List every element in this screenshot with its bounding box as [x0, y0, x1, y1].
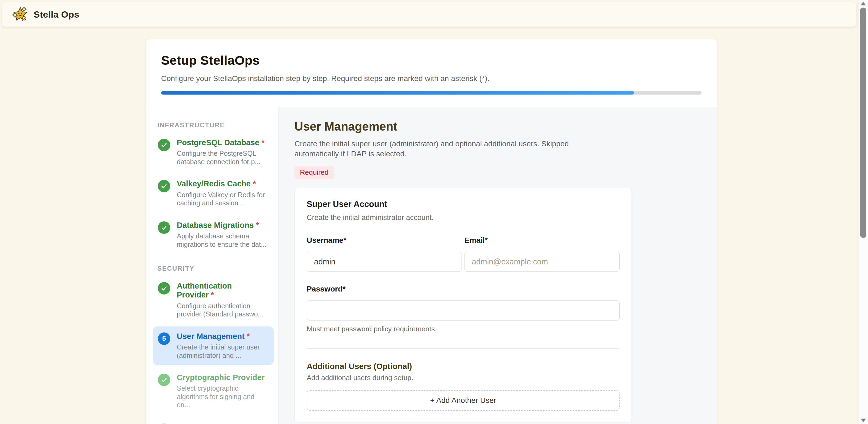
sidebar-item-postgresql-database[interactable]: PostgreSQL Database* Configure the Postg…: [153, 133, 274, 171]
step-description: Configure authentication provider (Stand…: [177, 302, 269, 318]
check-circle-icon: [158, 180, 170, 192]
required-asterisk: *: [253, 180, 256, 188]
step-title: Authentication Provider: [177, 282, 232, 299]
step-title: Valkey/Redis Cache: [177, 180, 251, 188]
username-field-group: Username*: [307, 236, 462, 272]
step-title: Database Migrations: [177, 221, 254, 229]
page-title: User Management: [294, 120, 717, 133]
section-label-security: SECURITY: [157, 265, 274, 272]
email-field-group: Email*: [465, 236, 620, 272]
setup-progress-fill: [161, 91, 634, 95]
step-title: Secrets Vault: [177, 423, 226, 424]
step-description: Select cryptographic algorithms for sign…: [177, 384, 269, 409]
required-asterisk: *: [247, 332, 250, 340]
step-title: PostgreSQL Database: [177, 138, 259, 147]
additional-users-subtitle: Add additional users during setup.: [307, 373, 620, 382]
step-title: Cryptographic Provider: [177, 373, 265, 382]
additional-users-title: Additional Users (Optional): [307, 362, 620, 371]
top-app-bar: A Stella Ops: [2, 2, 856, 27]
setup-progress-bar: [161, 91, 702, 95]
svg-text:A: A: [23, 17, 25, 20]
sidebar-item-valkey-redis-cache[interactable]: Valkey/Redis Cache* Configure Valkey or …: [153, 174, 274, 213]
sidebar-item-authentication-provider[interactable]: Authentication Provider* Configure authe…: [153, 276, 274, 324]
step-title: User Management: [177, 332, 245, 340]
email-input[interactable]: [465, 252, 620, 272]
section-label-infrastructure: INFRASTRUCTURE: [157, 121, 274, 129]
brand-title: Stella Ops: [34, 9, 79, 20]
panel-title: Super User Account: [307, 199, 620, 209]
sidebar-item-database-migrations[interactable]: Database Migrations* Apply database sche…: [153, 216, 274, 254]
step-description: Create the initial super user (administr…: [177, 343, 269, 360]
email-label: Email*: [465, 236, 488, 244]
check-circle-icon: [158, 373, 170, 386]
sidebar-item-secrets-vault[interactable]: 7 Secrets Vault Configure a secrets vaul…: [153, 417, 274, 424]
password-help-text: Must meet password policy requirements.: [307, 325, 620, 333]
super-user-account-panel: Super User Account Create the initial ad…: [294, 188, 632, 422]
required-asterisk: *: [261, 138, 265, 147]
required-badge: Required: [294, 166, 334, 179]
step-number-badge: 5: [158, 332, 170, 345]
username-input[interactable]: [307, 252, 462, 272]
password-label: Password*: [307, 285, 345, 293]
scrollbar-down-arrow-icon[interactable]: [861, 419, 866, 422]
vertical-scrollbar[interactable]: [858, 0, 868, 424]
steps-sidebar: INFRASTRUCTURE PostgreSQL Database* Conf…: [146, 107, 279, 424]
stella-ops-logo-icon: A: [12, 6, 29, 23]
step-description: Configure Valkey or Redis for caching an…: [177, 191, 269, 207]
username-label: Username*: [307, 236, 346, 244]
required-asterisk: *: [256, 221, 259, 229]
add-another-user-button[interactable]: + Add Another User: [307, 390, 620, 411]
step-description: Configure the PostgreSQL database connec…: [177, 149, 269, 166]
sidebar-item-cryptographic-provider[interactable]: Cryptographic Provider Select cryptograp…: [153, 368, 274, 415]
panel-subtitle: Create the initial administrator account…: [307, 214, 620, 222]
step-description: Apply database schema migrations to ensu…: [177, 232, 269, 249]
setup-wizard-card: Setup StellaOps Configure your StellaOps…: [146, 39, 717, 424]
step-content-pane: User Management Create the initial super…: [279, 107, 717, 424]
required-asterisk: *: [211, 290, 214, 299]
scrollbar-up-arrow-icon[interactable]: [861, 2, 866, 5]
sidebar-item-user-management[interactable]: 5 User Management* Create the initial su…: [153, 326, 274, 365]
wizard-subtitle: Configure your StellaOps installation st…: [161, 74, 702, 83]
scrollbar-thumb[interactable]: [860, 8, 866, 238]
password-field-group: Password* Must meet password policy requ…: [307, 285, 620, 333]
check-circle-icon: [158, 282, 170, 294]
check-circle-icon: [158, 221, 170, 234]
wizard-header: Setup StellaOps Configure your StellaOps…: [146, 39, 717, 107]
password-input[interactable]: [307, 300, 620, 321]
check-circle-icon: [158, 139, 170, 151]
wizard-title: Setup StellaOps: [161, 53, 702, 68]
page-description: Create the initial super user (administr…: [294, 139, 593, 159]
